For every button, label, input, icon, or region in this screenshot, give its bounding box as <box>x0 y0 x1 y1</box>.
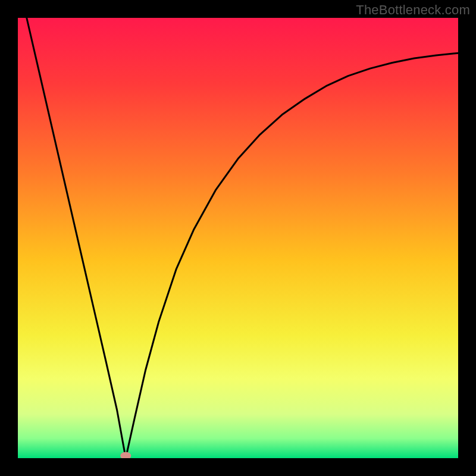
chart-frame: TheBottleneck.com <box>0 0 476 476</box>
watermark-label: TheBottleneck.com <box>356 2 470 18</box>
gradient-background <box>18 18 458 458</box>
bottleneck-plot <box>18 18 458 458</box>
